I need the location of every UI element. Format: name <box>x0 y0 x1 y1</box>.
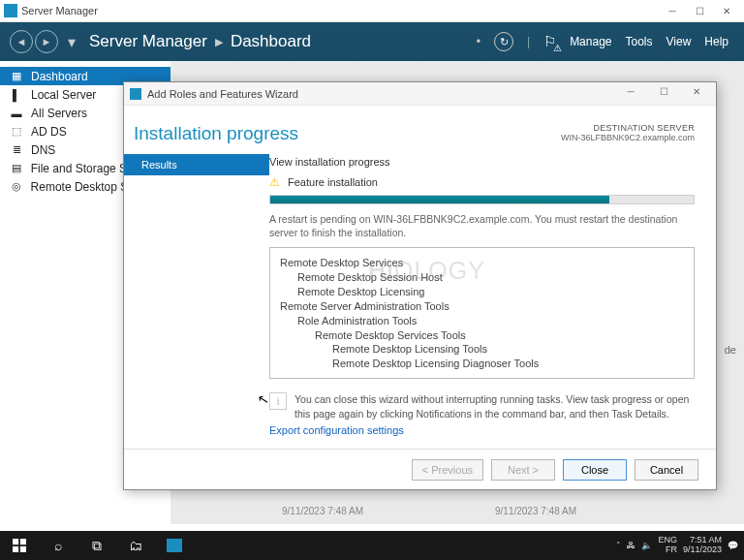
header-bar: ◄ ► ▾ Server Manager ▶ Dashboard • ↻ | ⚐… <box>0 22 744 61</box>
start-button[interactable] <box>0 531 39 560</box>
feature-tree: Remote Desktop Services Remote Desktop S… <box>269 247 695 379</box>
svg-rect-2 <box>20 539 26 544</box>
search-button[interactable]: ⌕ <box>39 531 78 560</box>
hide-link-partial[interactable]: de <box>725 344 736 356</box>
titlebar: Server Manager ─ ☐ ✕ <box>0 0 744 22</box>
tree-item: Role Administration Tools <box>297 314 684 328</box>
restart-note: A restart is pending on WIN-36LFBBNK9C2.… <box>269 212 695 239</box>
tree-item: Remote Desktop Services <box>280 256 684 270</box>
divider: | <box>527 35 530 48</box>
svg-rect-3 <box>13 546 18 552</box>
view-progress-label: View installation progress <box>269 156 695 168</box>
rds-icon: ◎ <box>10 180 23 194</box>
window-title: Server Manager <box>21 5 98 16</box>
wizard-dialog: Add Roles and Features Wizard ─ ☐ ✕ Inst… <box>123 81 717 490</box>
wizard-footer: < Previous Next > Close Cancel <box>124 449 716 489</box>
dns-icon: ≣ <box>10 143 23 157</box>
svg-rect-0 <box>4 4 17 17</box>
svg-rect-4 <box>20 546 26 552</box>
bpa-time-1: 9/11/2023 7:48 AM <box>282 506 363 516</box>
cancel-button[interactable]: Cancel <box>635 459 698 481</box>
tree-item: Remote Desktop Licensing Diagnoser Tools <box>332 357 684 371</box>
step-results[interactable]: Results <box>124 154 269 175</box>
close-button[interactable]: Close <box>563 459 627 481</box>
network-icon[interactable]: 🖧 <box>627 541 636 550</box>
menu-manage[interactable]: Manage <box>570 35 611 48</box>
previous-button: < Previous <box>412 459 483 481</box>
tray-chevron-icon[interactable]: ˄ <box>616 541 621 550</box>
notifications-flag[interactable]: ⚐⚠ <box>543 33 556 50</box>
dialog-close-x[interactable]: ✕ <box>683 86 710 102</box>
storage-icon: ▤ <box>10 162 23 175</box>
wizard-heading: Installation progress <box>134 123 298 144</box>
action-center-icon[interactable]: 💬 <box>728 541 738 550</box>
breadcrumb-page[interactable]: Dashboard <box>231 32 311 51</box>
taskbar-explorer[interactable]: 🗂 <box>116 531 155 560</box>
clock-date: 9/11/2023 <box>683 545 722 555</box>
taskbar: ⌕ ⧉ 🗂 ˄ 🖧 🔈 ENGFR 7:51 AM9/11/2023 💬 <box>0 531 744 560</box>
destination-server: WIN-36LFBBNK9C2.example.com <box>561 133 695 142</box>
feature-install-label: Feature installation <box>288 176 378 188</box>
dashboard-icon: ▦ <box>10 70 23 83</box>
adds-icon: ⬚ <box>10 125 23 139</box>
wizard-steps: Results <box>124 154 269 449</box>
tree-item: Remote Desktop Services Tools <box>315 328 684 343</box>
chevron-icon: ▶ <box>215 36 223 48</box>
system-tray[interactable]: ˄ 🖧 🔈 ENGFR 7:51 AM9/11/2023 💬 <box>616 536 744 555</box>
breadcrumb: Server Manager ▶ Dashboard <box>89 32 311 51</box>
destination-label: DESTINATION SERVER <box>561 123 695 133</box>
warning-icon: ⚠ <box>553 43 562 53</box>
menu-help[interactable]: Help <box>704 35 728 48</box>
task-view-button[interactable]: ⧉ <box>78 531 116 560</box>
wizard-icon <box>130 88 141 100</box>
maximize-button[interactable]: ☐ <box>686 1 713 20</box>
tree-item: Remote Desktop Licensing <box>297 285 684 299</box>
dialog-titlebar: Add Roles and Features Wizard ─ ☐ ✕ <box>124 82 716 106</box>
sound-icon[interactable]: 🔈 <box>641 541 652 550</box>
dialog-maximize[interactable]: ☐ <box>650 86 677 102</box>
wizard-info-text: You can close this wizard without interr… <box>294 392 695 420</box>
servers-icon: ▬ <box>10 107 23 120</box>
forward-button[interactable]: ► <box>35 30 58 53</box>
export-config-link[interactable]: Export configuration settings <box>269 424 404 436</box>
info-icon: i <box>269 392 287 410</box>
next-button: Next > <box>491 459 555 481</box>
taskbar-server-manager[interactable] <box>155 531 194 560</box>
progress-bar <box>269 195 695 204</box>
server-icon: ▌ <box>10 88 23 102</box>
dialog-title: Add Roles and Features Wizard <box>147 88 298 100</box>
dialog-minimize[interactable]: ─ <box>617 86 644 102</box>
breadcrumb-app[interactable]: Server Manager <box>89 32 207 51</box>
tree-item: Remote Server Administration Tools <box>280 299 684 314</box>
refresh-button[interactable]: ↻ <box>494 32 513 51</box>
tree-item: Remote Desktop Licensing Tools <box>332 342 684 357</box>
app-icon <box>4 4 17 17</box>
lang-2: FR <box>658 545 677 555</box>
close-window-button[interactable]: ✕ <box>713 1 740 20</box>
tree-item: Remote Desktop Session Host <box>297 270 684 285</box>
menu-view[interactable]: View <box>666 35 692 48</box>
bpa-time-2: 9/11/2023 7:48 AM <box>495 506 576 516</box>
back-button[interactable]: ◄ <box>10 30 33 53</box>
menu-tools[interactable]: Tools <box>626 35 653 48</box>
warning-triangle-icon: ⚠ <box>269 175 280 189</box>
minimize-button[interactable]: ─ <box>659 1 686 20</box>
svg-rect-1 <box>13 539 18 544</box>
